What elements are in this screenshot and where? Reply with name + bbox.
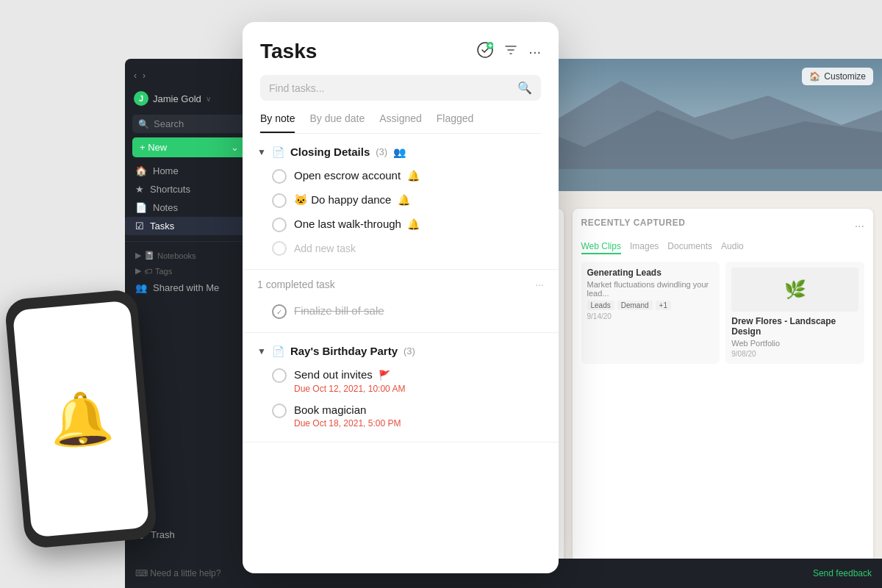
completed-task-text: Finalize bill of sale xyxy=(294,304,384,318)
phone-screen: 🔔 xyxy=(12,301,149,538)
user-caret: ∨ xyxy=(206,95,211,103)
flag-icon: 🚩 xyxy=(379,370,390,381)
task-bell-3: 🔔 xyxy=(407,218,420,230)
shared-icon: 👥 xyxy=(135,282,147,293)
filter-icon xyxy=(503,43,518,57)
rc-title: RECENTLY CAPTURED xyxy=(581,218,686,228)
rc-tab-images[interactable]: Images xyxy=(630,241,659,254)
rc-more[interactable]: ··· xyxy=(855,220,864,233)
task-group-closing: ▼ 📄 Closing Details (3) 👥 Open escrow ac… xyxy=(243,134,559,270)
completed-header[interactable]: 1 completed task ··· xyxy=(257,270,544,299)
task-content-2: 🐱 Do happy dance 🔔 xyxy=(294,193,410,207)
tab-flagged[interactable]: Flagged xyxy=(437,112,474,133)
home-customize-icon: 🏠 xyxy=(809,71,820,82)
sidebar-item-notebooks[interactable]: ▶ 📓 Notebooks xyxy=(125,248,254,263)
rc-item-2-sub: Web Portfolio xyxy=(731,339,858,348)
sidebar-item-shared[interactable]: 👥 Shared with Me xyxy=(125,279,254,297)
closing-count: (3) xyxy=(376,146,387,157)
task-bell-2: 🔔 xyxy=(398,194,410,206)
task-checkbox-1[interactable] xyxy=(272,169,287,184)
sidebar-item-home[interactable]: 🏠 Home xyxy=(125,162,254,180)
more-options-button[interactable]: ··· xyxy=(528,43,541,60)
birthday-task-text-2: Book magician xyxy=(294,404,366,416)
modal-body: ▼ 📄 Closing Details (3) 👥 Open escrow ac… xyxy=(243,134,559,573)
search-input[interactable] xyxy=(269,82,512,94)
birthday-checkbox-2[interactable] xyxy=(272,404,287,418)
modal-title: Tasks xyxy=(260,40,317,63)
sidebar-item-notes[interactable]: 📄 Notes xyxy=(125,198,254,217)
add-task-button-closing[interactable]: Add new task xyxy=(257,237,544,260)
task-item: One last walk-through 🔔 xyxy=(257,212,544,237)
rc-item-2-title: Drew Flores - Landscape Design xyxy=(731,316,858,337)
birthday-group-header[interactable]: ▼ 📄 Ray's Birthday Party (3) xyxy=(257,333,544,363)
rc-tab-audio[interactable]: Audio xyxy=(721,241,744,254)
birthday-due-2: Due Oct 18, 2021, 5:00 PM xyxy=(294,418,401,429)
completed-task-item: ✓ Finalize bill of sale xyxy=(257,299,544,323)
feedback-link[interactable]: Send feedback xyxy=(813,568,872,578)
tab-assigned[interactable]: Assigned xyxy=(379,112,422,133)
sidebar-nav[interactable]: ‹ › xyxy=(125,65,254,87)
rc-tab-webclips[interactable]: Web Clips xyxy=(581,241,621,254)
birthday-task-item-2: Book magician Due Oct 18, 2021, 5:00 PM xyxy=(257,398,544,434)
tag-leads: Leads xyxy=(587,301,614,310)
phone-mockup: 🔔 xyxy=(4,289,158,549)
modal-actions: ··· xyxy=(477,42,541,62)
rc-item-1-title: Generating Leads xyxy=(587,268,714,278)
forward-arrow[interactable]: › xyxy=(143,71,146,81)
rc-header: RECENTLY CAPTURED ··· xyxy=(581,218,865,235)
birthday-group-name: Ray's Birthday Party xyxy=(290,345,398,357)
task-item: Open escrow account 🔔 xyxy=(257,164,544,188)
task-item: 🐱 Do happy dance 🔔 xyxy=(257,188,544,212)
new-button[interactable]: + New ⌄ xyxy=(132,137,246,157)
task-text-1: Open escrow account xyxy=(294,169,401,182)
rc-item-2[interactable]: 🌿 Drew Flores - Landscape Design Web Por… xyxy=(725,262,864,364)
task-checkbox-3[interactable] xyxy=(272,218,287,232)
task-content-3: One last walk-through 🔔 xyxy=(294,217,420,232)
completed-more[interactable]: ··· xyxy=(535,279,544,290)
rc-grid: Generating Leads Market fluctuations dwi… xyxy=(581,262,865,364)
rc-tabs: Web Clips Images Documents Audio xyxy=(581,241,865,254)
rc-item-1-tags: Leads Demand +1 xyxy=(587,301,714,310)
avatar: J xyxy=(134,91,148,106)
tasks-modal: Tasks ··· xyxy=(243,22,559,573)
birthday-task-content-1: Send out invites 🚩 Due Oct 12, 2021, 10:… xyxy=(294,368,405,394)
tab-by-note[interactable]: By note xyxy=(260,112,295,133)
notification-bell-icon: 🔔 xyxy=(46,386,115,451)
sidebar-item-tasks[interactable]: ☑ Tasks xyxy=(125,217,254,235)
tags-icon-label: 🏷 xyxy=(144,267,152,276)
notes-icon: 📄 xyxy=(135,202,147,213)
tag-plus: +1 xyxy=(656,301,671,310)
closing-chevron: ▼ xyxy=(257,147,266,157)
sidebar-search[interactable]: 🔍 Search xyxy=(132,115,246,133)
sidebar-item-shortcuts[interactable]: ★ Shortcuts xyxy=(125,180,254,198)
birthday-checkbox-1[interactable] xyxy=(272,368,287,383)
completed-section: 1 completed task ··· ✓ Finalize bill of … xyxy=(243,270,559,333)
tab-by-due-date[interactable]: By due date xyxy=(309,112,365,133)
add-task-button[interactable] xyxy=(477,42,493,62)
tag-demand: Demand xyxy=(617,301,653,310)
customize-button[interactable]: 🏠 Customize xyxy=(802,68,873,85)
task-content-1: Open escrow account 🔔 xyxy=(294,168,420,183)
recently-captured-card: RECENTLY CAPTURED ··· Web Clips Images D… xyxy=(573,209,874,579)
task-text-3: One last walk-through xyxy=(294,218,401,230)
modal-header: Tasks ··· xyxy=(243,22,559,134)
birthday-note-icon: 📄 xyxy=(272,345,284,357)
username: Jamie Gold xyxy=(153,93,201,104)
chevron-icon: ▶ xyxy=(135,251,141,260)
rc-item-2-date: 9/08/20 xyxy=(731,350,858,358)
closing-group-header[interactable]: ▼ 📄 Closing Details (3) 👥 xyxy=(257,134,544,164)
filter-button[interactable] xyxy=(503,43,518,61)
birthday-due-1: Due Oct 12, 2021, 10:00 AM xyxy=(294,384,405,394)
rc-tab-documents[interactable]: Documents xyxy=(667,241,712,254)
search-icon: 🔍 xyxy=(138,119,149,129)
completed-checkbox[interactable]: ✓ xyxy=(272,304,287,319)
nav-section: 🏠 Home ★ Shortcuts 📄 Notes ☑ Tasks xyxy=(125,162,254,235)
back-arrow[interactable]: ‹ xyxy=(134,71,137,81)
sidebar-user[interactable]: J Jamie Gold ∨ xyxy=(125,87,254,112)
search-bar[interactable]: 🔍 xyxy=(260,75,541,101)
sidebar-item-tags[interactable]: ▶ 🏷 Tags xyxy=(125,263,254,279)
keyboard-icon: ⌨ xyxy=(135,568,148,578)
notebooks-icon: 📓 xyxy=(144,251,154,260)
task-checkbox-2[interactable] xyxy=(272,193,287,208)
rc-item-1[interactable]: Generating Leads Market fluctuations dwi… xyxy=(581,262,720,364)
